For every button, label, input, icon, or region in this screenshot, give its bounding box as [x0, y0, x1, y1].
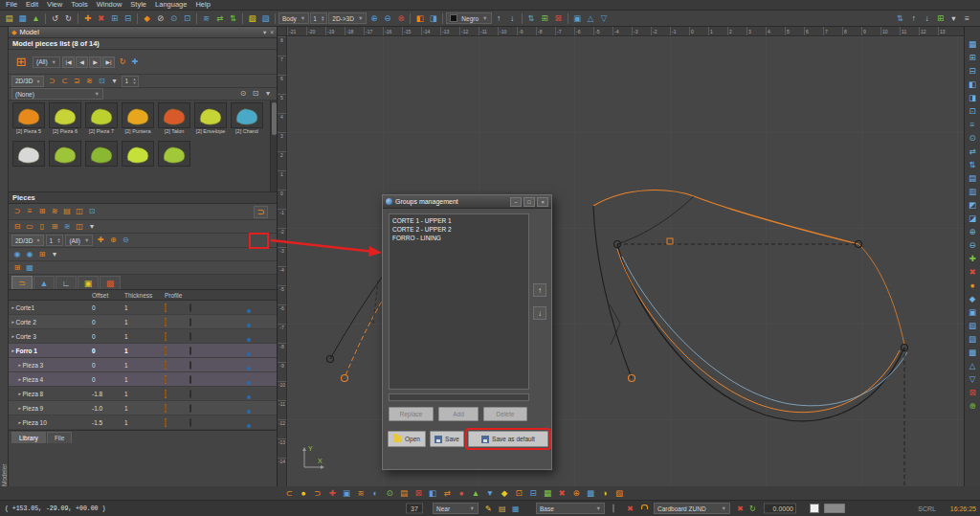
toolbar-icon[interactable]: ◧ [967, 79, 979, 91]
toolbar-icon[interactable]: ≡ [967, 119, 979, 131]
toolbar-icon[interactable]: ▩ [585, 487, 596, 499]
panel-tab[interactable]: Library [11, 432, 46, 443]
piece-thumbnail[interactable]: [2] Chand [229, 102, 265, 140]
visibility-icon[interactable]: ⊞ [36, 249, 48, 260]
piece-thumbnail[interactable]: [2] Talon [156, 102, 192, 140]
toolbar-icon[interactable] [78, 13, 78, 24]
toolbar-icon[interactable]: ▾ [86, 221, 98, 233]
toolbar-icon[interactable]: ⊙ [237, 88, 249, 100]
profile-swatch[interactable] [165, 375, 167, 384]
toolbar-icon[interactable]: ✖ [967, 266, 979, 279]
toolbar-icon[interactable]: ⊞ [967, 52, 979, 64]
table-row[interactable]: ▸ Corte 3 0 1 [9, 329, 277, 344]
table-row[interactable]: ▸ Pieza 9 -1.0 1 [9, 401, 277, 415]
toolbar-icon[interactable] [275, 13, 276, 24]
toolbar-icon[interactable]: ▥ [967, 186, 979, 198]
toolbar-icon[interactable]: ⊟ [122, 12, 134, 25]
visibility-icon[interactable]: ◉ [11, 249, 23, 260]
move-up-button[interactable]: ↑ [533, 283, 546, 297]
cancel-icon[interactable]: ✖ [737, 505, 744, 513]
toolbar-icon[interactable]: ▣ [571, 12, 584, 25]
toolbar-icon[interactable]: ● [456, 487, 467, 499]
toolbar-icon[interactable]: ✚ [129, 56, 141, 68]
toolbar-icon[interactable]: ⊃ [11, 206, 23, 217]
toolbar-icon[interactable] [45, 13, 46, 24]
group-list-item[interactable]: CORTE 2 - UPPER 2 [392, 225, 525, 234]
toolbar-icon[interactable]: ⊖ [120, 235, 131, 246]
pieces-list-icon[interactable]: ⊞ [11, 53, 31, 72]
close-button[interactable]: × [537, 197, 548, 207]
material-texture[interactable] [189, 347, 191, 355]
toolbar-icon[interactable]: ⊗ [394, 12, 407, 25]
piece-thumbnail[interactable]: [2] Pieza 7 [83, 102, 120, 140]
row-expand-icon[interactable]: ▸ [18, 376, 21, 382]
pieces-icon-tab[interactable]: ▩ [100, 276, 121, 289]
toolbar-icon[interactable]: ↻ [62, 12, 75, 25]
piece-thumbnail[interactable] [156, 141, 192, 178]
toolbar-icon[interactable] [522, 13, 523, 24]
menu-item[interactable]: Style [126, 0, 150, 10]
material-texture[interactable] [189, 361, 191, 370]
toolbar-icon[interactable]: ▤ [967, 172, 979, 185]
layer-combo[interactable]: Base ▼ [536, 503, 605, 514]
row-expand-icon[interactable]: ▸ [11, 333, 14, 339]
nav-button[interactable]: ▶ [89, 56, 101, 68]
view-mode-combo[interactable]: 2D->3D ▼ [328, 12, 367, 24]
pieces-icon-tab[interactable]: ∟ [56, 276, 77, 289]
thumbnail-scrollbar[interactable] [270, 101, 277, 191]
visibility-icon[interactable]: ◉ [24, 249, 35, 260]
toolbar-icon[interactable]: ⇅ [967, 159, 979, 171]
toolbar-icon[interactable]: ◫ [74, 221, 85, 233]
toolbar-icon[interactable]: ⊇ [71, 76, 82, 87]
toolbar-icon[interactable]: ⊡ [86, 206, 98, 217]
toolbar-icon[interactable]: ⊡ [513, 487, 524, 499]
toolbar-icon[interactable]: ▣ [341, 487, 352, 499]
toolbar-icon[interactable]: ⊡ [250, 88, 261, 100]
pieces-all-combo[interactable]: (All) ▼ [65, 235, 93, 246]
row-expand-icon[interactable]: ▸ [18, 362, 21, 368]
maximize-button[interactable]: □ [523, 197, 535, 207]
table-row[interactable]: ▸ Pieza 8 -1.8 1 [9, 387, 277, 401]
move-down-button[interactable]: ↓ [533, 306, 546, 320]
profile-swatch[interactable] [165, 303, 167, 312]
spinner-arrows-icon[interactable]: ▲▼ [56, 237, 60, 244]
add-button[interactable]: Add [438, 407, 479, 421]
menu-item[interactable]: Window [93, 0, 126, 10]
toolbar-icon[interactable]: △ [967, 360, 979, 372]
menu-item[interactable]: View [43, 0, 66, 10]
material-texture[interactable] [189, 418, 191, 427]
toolbar-icon[interactable]: ● [298, 487, 309, 499]
replace-button[interactable]: Replace [389, 407, 434, 421]
menu-item[interactable]: Language [151, 0, 190, 10]
toolbar-icon[interactable] [442, 13, 443, 24]
toolbar-icon[interactable]: ◧ [413, 12, 426, 25]
toolbar-icon[interactable]: ⊃ [312, 487, 323, 499]
spinner-arrows-icon[interactable]: ▲▼ [321, 15, 324, 22]
toolbar-icon[interactable]: ⊟ [967, 65, 979, 78]
toolbar-icon[interactable]: ⇄ [213, 12, 226, 25]
toolbar-icon[interactable]: △ [585, 12, 597, 25]
column-header-offset[interactable]: Offset [92, 292, 124, 299]
white-swatch[interactable] [810, 504, 819, 513]
toolbar-icon[interactable]: ▽ [967, 373, 979, 386]
nav-button[interactable]: ◀ [76, 56, 88, 68]
nav-button[interactable]: |◀ [62, 56, 75, 68]
toolbar-icon[interactable]: ⊟ [527, 487, 539, 499]
material-texture[interactable] [189, 375, 191, 384]
table-row[interactable]: ▸ Corte 2 0 1 [9, 315, 277, 329]
toolbar-icon[interactable]: ⊙ [967, 132, 979, 145]
toolbar-icon[interactable]: ◆ [499, 487, 510, 499]
column-header-profile[interactable]: Profile [165, 292, 189, 299]
toolbar-icon[interactable]: ⊃ [46, 76, 57, 87]
snap-mode-combo[interactable]: Near ▼ [433, 503, 479, 514]
toolbar-icon[interactable] [242, 13, 243, 24]
toolbar-icon[interactable]: ⊞ [11, 262, 23, 274]
toolbar-icon[interactable]: ▼ [484, 487, 496, 499]
piece-thumbnail[interactable]: [2] Pieza 6 [47, 102, 83, 140]
toolbar-icon[interactable]: ≋ [83, 76, 95, 87]
piece-thumbnail[interactable] [11, 141, 47, 178]
toolbar-icon[interactable]: ⊠ [552, 12, 565, 25]
toolbar-icon[interactable]: ⊠ [412, 487, 424, 499]
toolbar-icon[interactable]: ◩ [967, 199, 979, 212]
toolbar-icon[interactable]: ⊘ [154, 12, 167, 25]
